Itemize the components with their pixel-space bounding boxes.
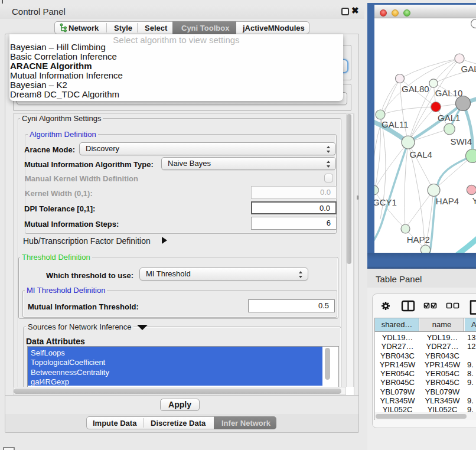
svg-text:GAL4: GAL4 <box>410 149 432 159</box>
svg-text:GAL: GAL <box>461 64 476 74</box>
svg-text:HAP4: HAP4 <box>436 196 459 206</box>
svg-text:GCY1: GCY1 <box>374 197 397 207</box>
svg-text:GAL11: GAL11 <box>382 119 409 129</box>
svg-text:SWI4: SWI4 <box>450 136 472 146</box>
svg-text:GAL80: GAL80 <box>402 84 429 94</box>
svg-text:GAL1: GAL1 <box>438 113 460 123</box>
svg-text:GAL10: GAL10 <box>435 88 463 98</box>
svg-text:Y: Y <box>472 195 476 206</box>
svg-text:HAP2: HAP2 <box>407 234 430 244</box>
